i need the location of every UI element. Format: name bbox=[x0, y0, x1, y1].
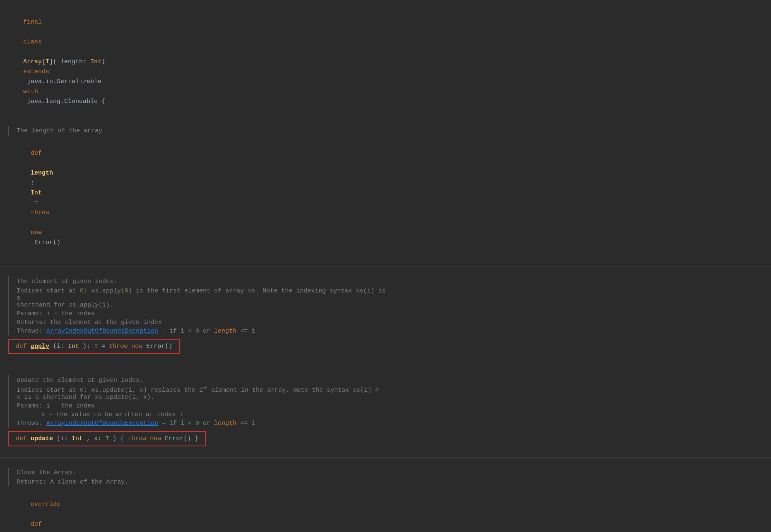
clone-section: Clone the Array. Returns: A clone of the… bbox=[0, 462, 771, 532]
keyword-new-length: new bbox=[31, 229, 42, 236]
apply-returns: Returns: the element at the given index bbox=[17, 318, 771, 327]
keyword-new-apply: new bbox=[131, 343, 142, 350]
type-int-length: Int bbox=[31, 189, 42, 197]
update-section: Update the element at given index. Indic… bbox=[0, 369, 771, 453]
clone-comment-1: Clone the Array. bbox=[17, 467, 771, 478]
length-comment-block: The length of the array bbox=[8, 126, 771, 136]
keyword-override: override bbox=[31, 501, 60, 508]
apply-param: Params: i – the index bbox=[17, 309, 771, 318]
keyword-def-clone: def bbox=[31, 521, 42, 528]
length-section: The length of the array def length : Int… bbox=[0, 120, 771, 262]
clone-comment-returns: Returns: A clone of the Array. bbox=[17, 478, 771, 486]
update-param-x: x – the value to be written at index i bbox=[17, 410, 771, 419]
class-header: final class Array[T](_length: Int) exten… bbox=[0, 4, 771, 120]
type-param-t: T bbox=[46, 58, 49, 65]
update-throws: Throws: ArrayIndexOutOfBoundsException –… bbox=[17, 419, 771, 428]
update-throws-link[interactable]: ArrayIndexOutOfBoundsException bbox=[46, 420, 158, 427]
apply-code-box: def apply (i: Int ): T = throw new Error… bbox=[8, 339, 180, 354]
update-comment-1: Update the element at given index. bbox=[17, 375, 771, 386]
update-param-i: Params: i – the index bbox=[17, 402, 771, 410]
keyword-extends: extends bbox=[23, 68, 49, 75]
keyword-class: class bbox=[23, 38, 42, 46]
method-update: update bbox=[31, 435, 53, 442]
keyword-throw-update: throw bbox=[128, 435, 146, 442]
apply-throws-link[interactable]: ArrayIndexOutOfBoundsException bbox=[46, 328, 158, 335]
type-int: Int bbox=[90, 58, 101, 65]
apply-comment-block: The element at given index. Indices star… bbox=[8, 276, 771, 335]
keyword-throw-apply: throw bbox=[109, 343, 128, 350]
apply-section: The element at given index. Indices star… bbox=[0, 271, 771, 361]
divider-2 bbox=[0, 365, 771, 365]
method-length: length bbox=[31, 170, 53, 177]
divider-1 bbox=[0, 266, 771, 266]
keyword-throw-length: throw bbox=[31, 209, 49, 216]
update-comment-block: Update the element at given index. Indic… bbox=[8, 375, 771, 428]
class-name: Array bbox=[23, 58, 42, 65]
apply-comment-1: The element at given index. bbox=[17, 276, 771, 287]
length-comment: The length of the array bbox=[17, 126, 771, 136]
keyword-def-update: def bbox=[16, 435, 27, 442]
update-code-box: def update (i: Int , x: T ) { throw new … bbox=[8, 431, 206, 446]
apply-comment-2: Indices start at 0; xs.apply(0) is the f… bbox=[17, 287, 389, 309]
clone-comment-block: Clone the Array. Returns: A clone of the… bbox=[8, 467, 771, 486]
keyword-def-apply: def bbox=[16, 343, 27, 350]
method-apply: apply bbox=[31, 343, 49, 350]
type-int-apply: Int bbox=[68, 343, 79, 350]
type-t-update: T bbox=[105, 435, 109, 442]
code-container: final class Array[T](_length: Int) exten… bbox=[0, 0, 771, 532]
clone-code: override def clone (): Array [ T ] = thr… bbox=[0, 486, 771, 532]
keyword-final: final bbox=[23, 19, 42, 26]
keyword-new-update: new bbox=[150, 435, 161, 442]
keyword-def-length: def bbox=[31, 150, 42, 157]
keyword-with: with bbox=[23, 88, 38, 95]
apply-throws: Throws: ArrayIndexOutOfBoundsException –… bbox=[17, 327, 771, 335]
divider-3 bbox=[0, 457, 771, 458]
type-t-apply: T bbox=[94, 343, 98, 350]
length-code: def length : Int = throw new Error() bbox=[0, 136, 771, 260]
type-int-update: Int bbox=[72, 435, 83, 442]
update-comment-2: Indices start at 0; xs.update(i, x) repl… bbox=[17, 386, 398, 402]
